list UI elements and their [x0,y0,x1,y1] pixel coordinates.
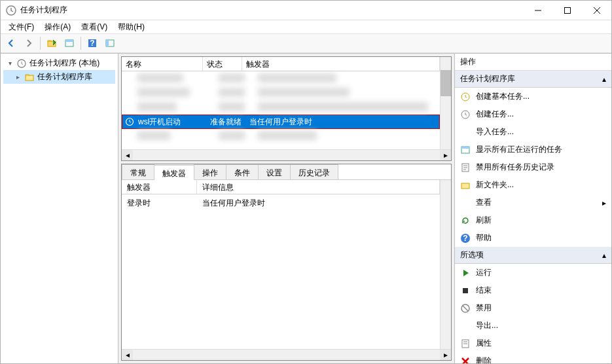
actions-section-label: 任务计划程序库 [460,73,515,84]
tab-conditions[interactable]: 条件 [226,164,259,179]
export-icon [460,321,471,331]
header-trigger[interactable]: 触发器 [242,57,440,71]
scroll-left-icon[interactable]: ◂ [122,350,133,360]
scroll-right-icon[interactable]: ▸ [440,150,451,160]
header-status[interactable]: 状态 [203,57,242,71]
help-button[interactable]: ? [84,35,100,51]
minimize-button[interactable] [523,1,552,20]
action-export[interactable]: 导出... [455,317,611,335]
svg-rect-10 [26,75,33,81]
task-row[interactable] [122,129,440,143]
action-import-task[interactable]: 导入任务... [455,123,611,141]
disable-icon [460,303,471,314]
action-create-basic-task[interactable]: 创建基本任务... [455,88,611,105]
detail-header-trigger[interactable]: 触发器 [122,180,197,194]
action-label: 查看 [476,197,492,208]
svg-rect-17 [461,183,469,189]
menu-help[interactable]: 帮助(H) [113,20,150,34]
action-label: 删除 [476,355,492,363]
action-show-running[interactable]: 显示所有正在运行的任务 [455,141,611,158]
tab-actions[interactable]: 操作 [194,164,226,179]
toolbar: ? [1,33,611,53]
actions-section-library[interactable]: 任务计划程序库 ▴ [455,71,611,88]
action-refresh[interactable]: 刷新 [455,211,611,229]
action-disable[interactable]: 禁用 [455,299,611,317]
menu-file[interactable]: 文件(F) [3,20,39,34]
middle-panel: 名称 状态 触发器 [118,54,454,363]
task-row[interactable] [122,86,440,100]
tree-root-label: 任务计划程序 (本地) [29,58,99,69]
detail-header: 触发器 详细信息 [122,180,440,194]
action-view[interactable]: 查看 ▸ [455,194,611,211]
svg-rect-1 [564,7,570,13]
new-folder-icon [460,180,471,191]
actions-panel-title: 操作 [455,54,611,71]
tab-history[interactable]: 历史记录 [290,164,338,179]
horizontal-scrollbar[interactable]: ◂ ▸ [122,349,451,360]
tree-panel: ▾ 任务计划程序 (本地) ▸ 任务计划程序库 [1,54,118,363]
action-label: 创建任务... [476,109,514,120]
maximize-button[interactable] [552,1,582,20]
action-label: 导入任务... [476,126,514,137]
tree-library[interactable]: ▸ 任务计划程序库 [3,70,115,84]
task-trigger: 当任何用户登录时 [245,115,439,129]
clock-icon [125,117,134,126]
header-name[interactable]: 名称 [122,57,203,71]
app-icon [6,5,16,16]
tab-settings[interactable]: 设置 [258,164,291,179]
vertical-scrollbar[interactable] [440,180,451,349]
action-label: 创建基本任务... [476,91,530,102]
svg-rect-15 [461,147,469,149]
menu-view[interactable]: 查看(V) [76,20,113,34]
end-icon [460,285,471,296]
tree-collapse-icon[interactable]: ▾ [6,60,14,67]
folder-button[interactable] [44,35,60,51]
action-disable-history[interactable]: 禁用所有任务历史记录 [455,158,611,176]
action-end[interactable]: 结束 [455,282,611,299]
detail-header-detail[interactable]: 详细信息 [197,180,440,194]
back-button[interactable] [3,35,19,51]
panel2-button[interactable] [102,35,118,51]
action-run[interactable]: 运行 [455,264,611,282]
create-task-icon [460,109,471,120]
task-row[interactable] [122,100,440,115]
clock-icon [16,58,27,69]
collapse-icon: ▴ [602,75,606,84]
task-name: wsl开机启动 [134,115,206,129]
menubar: 文件(F) 操作(A) 查看(V) 帮助(H) [1,20,611,33]
import-icon [460,127,471,137]
tree-expand-icon[interactable]: ▸ [14,73,22,81]
forward-button[interactable] [21,35,37,51]
horizontal-scrollbar[interactable]: ◂ ▸ [122,149,451,160]
svg-rect-8 [106,40,109,46]
action-label: 运行 [476,267,492,278]
tab-general[interactable]: 常规 [122,164,154,179]
action-new-folder[interactable]: 新文件夹... [455,176,611,194]
task-row-selected[interactable]: wsl开机启动 准备就绪 当任何用户登录时 [122,115,440,129]
action-create-task[interactable]: 创建任务... [455,105,611,123]
tree-root[interactable]: ▾ 任务计划程序 (本地) [3,56,115,70]
task-list-header: 名称 状态 触发器 [122,57,440,71]
vertical-scrollbar[interactable] [440,57,451,149]
action-properties[interactable]: 属性 [455,335,611,352]
task-status: 准备就绪 [206,115,245,129]
action-label: 新文件夹... [476,179,514,191]
actions-section-label: 所选项 [460,249,484,261]
scroll-left-icon[interactable]: ◂ [122,150,133,160]
actions-section-selected[interactable]: 所选项 ▴ [455,247,611,264]
detail-row[interactable]: 登录时 当任何用户登录时 [122,194,440,212]
folder-icon [24,72,35,82]
panel-button[interactable] [62,35,77,51]
scroll-right-icon[interactable]: ▸ [440,350,451,360]
action-help[interactable]: ? 帮助 [455,229,611,247]
action-label: 禁用所有任务历史记录 [476,162,554,173]
action-label: 显示所有正在运行的任务 [476,144,562,155]
collapse-icon: ▴ [602,251,606,260]
action-delete[interactable]: 删除 [455,352,611,363]
task-row[interactable] [122,71,440,86]
menu-action[interactable]: 操作(A) [39,20,76,34]
help-icon: ? [460,233,471,244]
close-button[interactable] [582,1,611,20]
tabs: 常规 触发器 操作 条件 设置 历史记录 [122,164,451,180]
tab-triggers[interactable]: 触发器 [154,165,194,180]
